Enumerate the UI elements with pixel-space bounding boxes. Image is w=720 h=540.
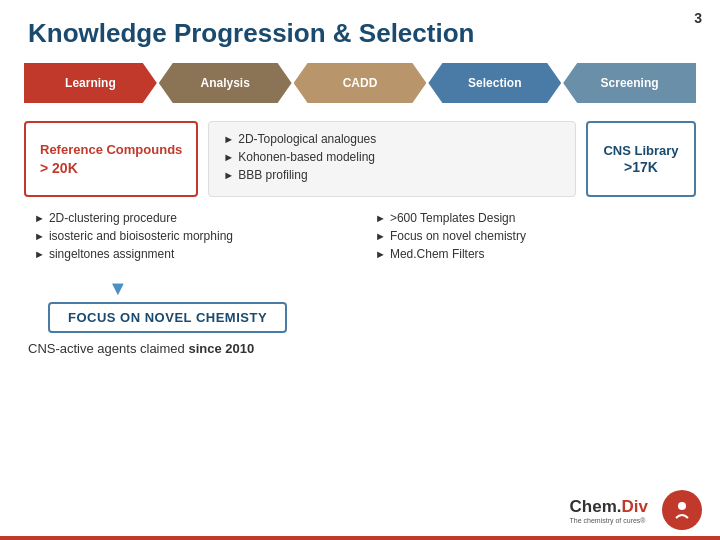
lower-right: ► >600 Templates Design ► Focus on novel… [365, 211, 696, 265]
lower-row: ► 2D-clustering procedure ► isosteric an… [24, 211, 696, 265]
lower-left: ► 2D-clustering procedure ► isosteric an… [24, 211, 355, 265]
arrow-icon-8: ► [375, 230, 386, 242]
logo-icon [670, 498, 694, 522]
down-arrow-icon: ▼ [108, 277, 128, 300]
lower-bullet-6: ► Med.Chem Filters [375, 247, 696, 261]
logo-area: Chem.Div The chemistry of cures® [570, 490, 702, 530]
lower-bullet-2: ► isosteric and bioisosteric morphing [34, 229, 355, 243]
logo-row: Chem.Div The chemistry of cures® [570, 490, 702, 530]
pipeline: Learning Analysis CADD Selection Screeni… [24, 63, 696, 103]
bullet-item-3: ► BBB profiling [223, 168, 561, 182]
arrow-icon-4: ► [34, 212, 45, 224]
arrow-icon-5: ► [34, 230, 45, 242]
focus-box: FOCUS ON NOVEL CHEMISTY [48, 302, 287, 333]
arrow-icon-6: ► [34, 248, 45, 260]
arrow-icon-1: ► [223, 133, 234, 145]
cns-box: CNS Library >17K [586, 121, 696, 197]
step-screening: Screening [563, 63, 696, 103]
lower-bullet-3: ► singeltones assignment [34, 247, 355, 261]
step-learning: Learning [24, 63, 157, 103]
cns-title: CNS Library [603, 143, 678, 160]
bottom-bar [0, 536, 720, 540]
logo-circle [662, 490, 702, 530]
lower-bullet-1: ► 2D-clustering procedure [34, 211, 355, 225]
step-cadd: CADD [294, 63, 427, 103]
logo-text: Chem.Div [570, 497, 648, 517]
step-analysis: Analysis [159, 63, 292, 103]
logo-tagline: The chemistry of cures® [570, 517, 646, 524]
step-selection: Selection [428, 63, 561, 103]
lower-bullet-5: ► Focus on novel chemistry [375, 229, 696, 243]
slide-number: 3 [694, 10, 702, 26]
slide: 3 Knowledge Progression & Selection Lear… [0, 0, 720, 540]
arrow-icon-3: ► [223, 169, 234, 181]
focus-section: ▼ FOCUS ON NOVEL CHEMISTY [24, 277, 696, 333]
ref-count: > 20K [40, 160, 182, 176]
bullet-item-1: ► 2D-Topological analogues [223, 132, 561, 146]
bullets-box: ► 2D-Topological analogues ► Kohonen-bas… [208, 121, 576, 197]
ref-title: Reference Compounds [40, 142, 182, 159]
arrow-icon-2: ► [223, 151, 234, 163]
content-area: Reference Compounds > 20K ► 2D-Topologic… [24, 121, 696, 197]
bullet-item-2: ► Kohonen-based modeling [223, 150, 561, 164]
cns-count: >17K [624, 159, 658, 175]
arrow-icon-7: ► [375, 212, 386, 224]
bottom-text: CNS-active agents claimed since 2010 [24, 341, 696, 356]
arrow-icon-9: ► [375, 248, 386, 260]
reference-box: Reference Compounds > 20K [24, 121, 198, 197]
slide-title: Knowledge Progression & Selection [24, 18, 696, 49]
svg-point-0 [678, 502, 686, 510]
logo-name-block: Chem.Div The chemistry of cures® [570, 497, 648, 524]
lower-bullet-4: ► >600 Templates Design [375, 211, 696, 225]
